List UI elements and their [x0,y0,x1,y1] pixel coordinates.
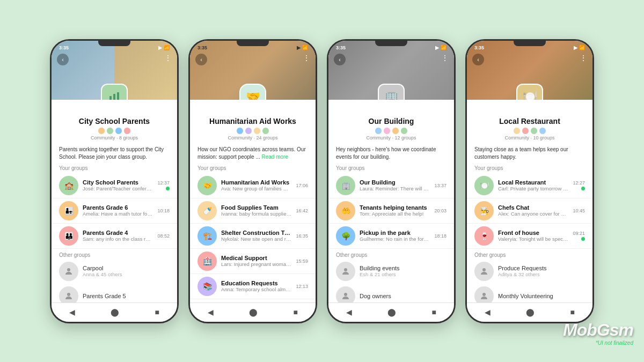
group-item[interactable]: 👪 Parents Grade 4 Sam: any info on the c… [52,224,177,249]
group-item[interactable]: 👨‍👧 Parents Grade 6 Amelia: Have a math … [52,198,177,224]
group-info: Medical Support Lars: Injured pregnant w… [221,255,291,267]
group-item[interactable]: 🍷 Front of house Valeryia: Tonight will … [467,224,592,249]
nav-back[interactable]: ◀ [485,308,491,316]
group-info: City School Parents José: Parent/Teacher… [83,179,153,191]
group-avatar: 👪 [59,226,78,246]
more-button-1[interactable]: ⋮ [164,54,172,62]
avatar-dot [513,127,521,135]
other-group-name: Carpool [83,265,122,271]
other-group-item[interactable]: Produce Requests Aditya & 32 others [467,259,592,284]
other-group-info: Carpool Anna & 45 others [83,265,122,277]
other-group-info: Parents Grade 5 [83,293,126,299]
other-group-item[interactable]: Monthly Volunteering [467,284,592,302]
group-item[interactable]: 🌳 Pickup in the park Guilherme: No rain … [328,224,454,249]
avatar-dot [236,127,244,135]
other-group-name: Monthly Volunteering [498,293,553,299]
nav-home[interactable]: ⬤ [387,308,396,316]
group-time: 08:52 [157,233,170,239]
group-avatar: 🏥 [197,252,217,271]
group-avatar: 📚 [197,277,217,296]
group-item[interactable]: 🏫 City School Parents José: Parent/Teach… [52,173,177,198]
other-group-info: Building events Esh & 21 others [360,265,400,277]
member-avatars-4 [472,127,587,135]
nav-recent[interactable]: ■ [570,308,574,316]
nav-home[interactable]: ⬤ [526,308,535,316]
group-name: Pickup in the park [360,230,430,236]
status-icons-1: ▶ 📶 [158,45,170,50]
nav-recent[interactable]: ■ [431,308,436,316]
nav-back[interactable]: ◀ [69,308,75,316]
phone-notch [98,41,130,46]
community-info-3: Our Building Community · 12 groups [328,115,454,144]
group-preview: Anna: Temporary school almost comp... [221,286,291,292]
avatar-dot [383,127,391,135]
other-group-item[interactable]: Carpool Anna & 45 others [52,259,177,284]
group-info: Parents Grade 6 Amelia: Have a math tuto… [83,204,153,217]
community-desc-1: Parents working together to support the … [52,144,177,164]
back-button-4[interactable]: ‹ [472,54,484,65]
back-button-1[interactable]: ‹ [57,54,69,65]
phone-city-school: 3:35 ▶ 📶 ‹ ⋮ City School Parents [50,39,179,323]
nav-recent[interactable]: ■ [155,308,159,316]
read-more-link[interactable]: Read more [262,154,288,160]
group-meta: 08:52 [157,233,170,239]
nav-back[interactable]: ◀ [208,308,214,316]
group-item[interactable]: 🤲 Tenants helping tenants Tom: Appreciat… [328,198,454,224]
group-time: 12:27 [573,180,585,186]
group-meta: 12:37 [157,180,170,190]
more-button-3[interactable]: ⋮ [441,54,449,62]
group-meta: 17:06 [296,183,308,188]
group-item[interactable]: 🤝 Humanitarian Aid Works Ava: New group … [190,173,316,198]
group-name: Tenants helping tenants [360,204,430,211]
status-time-3: 3:35 [336,45,346,50]
nav-recent[interactable]: ■ [293,308,297,316]
phone-notch [514,41,546,46]
group-info: Humanitarian Aid Works Ava: New group of… [221,179,291,191]
more-button-4[interactable]: ⋮ [580,54,587,62]
other-group-item[interactable]: Parents Grade 5 [52,284,177,302]
nav-home[interactable]: ⬤ [111,308,119,316]
community-avatar-4: 🍽️ [516,84,543,100]
other-group-item[interactable]: Dog owners [328,284,454,302]
group-item[interactable]: 🏥 Medical Support Lars: Injured pregnant… [190,249,316,274]
group-item[interactable]: 🍽️ Local Restaurant Carl: Private party … [467,173,592,198]
group-item[interactable]: 🍼 Food Supplies Team Ivanna: baby formul… [190,198,316,224]
other-group-item[interactable]: Building events Esh & 21 others [328,259,454,284]
avatar-dot [522,127,529,135]
svg-point-8 [482,293,486,296]
group-time: 16:35 [296,233,308,239]
back-button-3[interactable]: ‹ [334,54,346,65]
avatar-dot [530,127,538,135]
group-info: Front of house Valeryia: Tonight will be… [498,230,568,242]
your-groups-label-4: Your groups [467,164,592,173]
avatar-dot [245,127,252,135]
group-time: 15:59 [296,258,308,264]
group-item[interactable]: 📚 Education Requests Anna: Temporary sch… [190,274,316,299]
community-desc-3: Hey neighbors - here's how we coordinate… [328,144,454,164]
community-meta-3: Community · 12 groups [334,135,449,141]
group-name: Medical Support [221,255,291,261]
phone-nav-3: ◀ ⬤ ■ [328,302,454,322]
svg-rect-1 [113,94,115,100]
shelter-construction-group-item[interactable]: 🏗️ Shelter Construction Team Nykolai: Ne… [190,224,316,249]
status-time-4: 3:35 [474,45,484,50]
group-item[interactable]: 👨‍🍳 Chefs Chat Alex: Can anyone cover fo… [467,198,592,224]
phone-nav-4: ◀ ⬤ ■ [467,302,592,322]
svg-point-4 [67,293,70,296]
back-button-2[interactable]: ‹ [195,54,207,65]
group-avatar: 🍷 [474,226,494,246]
more-button-2[interactable]: ⋮ [303,54,310,62]
other-avatar [59,286,78,302]
community-desc-4: Staying close as a team helps keep our c… [467,144,592,164]
group-preview: Sam: any info on the class recital? [83,236,153,242]
group-item[interactable]: 🏢 Our Building Laura: Reminder: There wi… [328,173,454,198]
shelter-construction-group-name: Shelter Construction Team [221,230,291,236]
community-avatar-3: 🏢 [378,84,405,100]
nav-back[interactable]: ◀ [346,308,352,316]
group-meta: 16:42 [296,208,308,213]
group-preview: Alex: Can anyone cover for me? [498,211,568,217]
group-avatar: 👨‍🍳 [474,201,494,220]
svg-rect-0 [109,96,112,100]
group-name: Humanitarian Aid Works [221,179,291,186]
nav-home[interactable]: ⬤ [249,308,258,316]
